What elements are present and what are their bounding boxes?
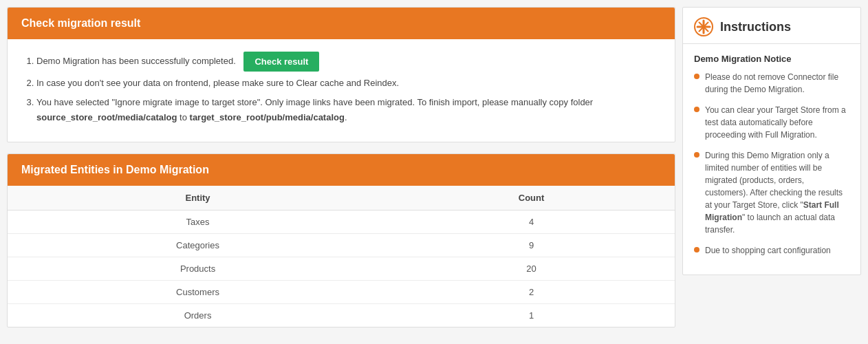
sidebar-bullet-item: Due to shopping cart configuration bbox=[694, 244, 849, 257]
table-header-row: Entity Count bbox=[8, 186, 675, 211]
check-result-section: Check migration result Demo Migration ha… bbox=[7, 7, 675, 142]
step-1: Demo Migration has been successfully com… bbox=[36, 52, 661, 72]
bullet-dot-icon bbox=[694, 74, 699, 79]
table-row: Customers2 bbox=[8, 281, 675, 304]
bullet-dot-icon bbox=[694, 152, 699, 158]
step-3: You have selected "Ignore migrate image … bbox=[36, 95, 661, 125]
entity-table: Entity Count Taxes4Categories9Products20… bbox=[8, 186, 675, 327]
count-cell: 2 bbox=[388, 281, 675, 304]
bullet-text: During this Demo Migration only a limite… bbox=[705, 149, 849, 236]
sidebar-header: Instructions bbox=[683, 8, 860, 44]
col-entity: Entity bbox=[8, 186, 388, 211]
table-row: Orders1 bbox=[8, 304, 675, 327]
sidebar: Instructions Demo Migration Notice Pleas… bbox=[682, 7, 861, 275]
sidebar-body: Demo Migration Notice Please do not remo… bbox=[683, 44, 860, 275]
bullet-text: You can clear your Target Store from a t… bbox=[705, 104, 849, 141]
table-row: Categories9 bbox=[8, 234, 675, 257]
migrated-entities-section: Migrated Entities in Demo Migration Enti… bbox=[7, 153, 675, 327]
bullet-dot-icon bbox=[694, 107, 699, 112]
instructions-icon bbox=[694, 17, 713, 36]
col-count: Count bbox=[388, 186, 675, 211]
steps-list: Demo Migration has been successfully com… bbox=[21, 52, 661, 125]
count-cell: 9 bbox=[388, 234, 675, 257]
table-row: Products20 bbox=[8, 257, 675, 281]
bullet-dot-icon bbox=[694, 247, 699, 252]
bullet-text: Please do not remove Connector file duri… bbox=[705, 71, 849, 96]
check-result-body: Demo Migration has been successfully com… bbox=[8, 39, 675, 142]
step-1-text: Demo Migration has been successfully com… bbox=[36, 56, 236, 66]
entity-cell: Orders bbox=[8, 304, 388, 327]
count-cell: 4 bbox=[388, 211, 675, 234]
sidebar-bullet-item: During this Demo Migration only a limite… bbox=[694, 149, 849, 236]
check-result-button[interactable]: Check result bbox=[243, 52, 319, 72]
sidebar-notice-title: Demo Migration Notice bbox=[694, 54, 849, 64]
bullet-text: Due to shopping cart configuration bbox=[705, 244, 831, 257]
table-row: Taxes4 bbox=[8, 211, 675, 234]
step-2: In case you don't see your data on front… bbox=[36, 76, 661, 91]
step-3-text-part3: . bbox=[345, 112, 347, 122]
step-3-bold1: source_store_root/media/catalog bbox=[36, 112, 177, 122]
entity-cell: Taxes bbox=[8, 211, 388, 234]
check-result-header: Check migration result bbox=[8, 8, 675, 39]
sidebar-bullet-item: You can clear your Target Store from a t… bbox=[694, 104, 849, 141]
sidebar-title: Instructions bbox=[720, 20, 791, 34]
step-3-text-part1: You have selected "Ignore migrate image … bbox=[36, 97, 593, 107]
step-3-bold2: target_store_root/pub/media/catalog bbox=[190, 112, 345, 122]
entity-cell: Categories bbox=[8, 234, 388, 257]
page-wrapper: Check migration result Demo Migration ha… bbox=[0, 0, 868, 344]
sidebar-bullet-item: Please do not remove Connector file duri… bbox=[694, 71, 849, 96]
migrated-entities-header: Migrated Entities in Demo Migration bbox=[8, 154, 675, 186]
count-cell: 20 bbox=[388, 257, 675, 281]
count-cell: 1 bbox=[388, 304, 675, 327]
sidebar-bullet-list: Please do not remove Connector file duri… bbox=[694, 71, 849, 257]
entity-cell: Customers bbox=[8, 281, 388, 304]
step-3-text-part2: to bbox=[177, 112, 189, 122]
entity-cell: Products bbox=[8, 257, 388, 281]
main-content: Check migration result Demo Migration ha… bbox=[7, 7, 675, 338]
